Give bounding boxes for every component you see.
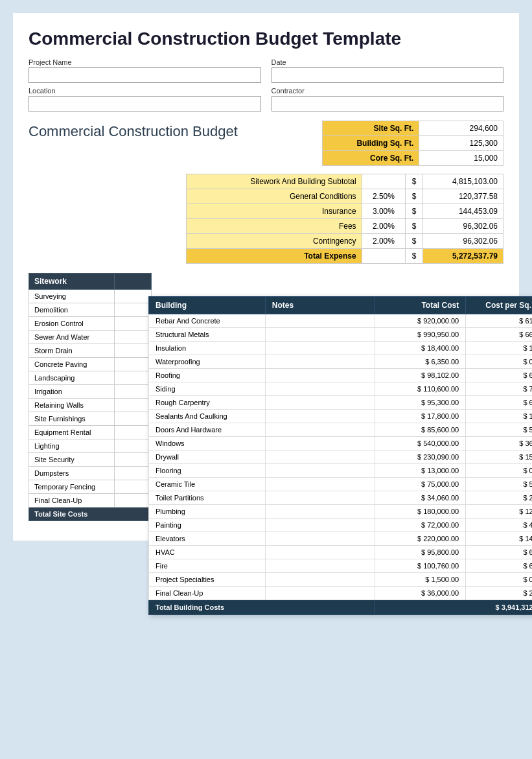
summary-value: 4,815,103.00 bbox=[422, 174, 503, 189]
summary-value: 5,272,537.79 bbox=[422, 249, 503, 264]
building-cost: $ 6,350.00 bbox=[375, 355, 466, 369]
summary-row: Fees 2.00% $ 96,302.06 bbox=[187, 219, 503, 234]
building-item: Flooring bbox=[149, 464, 266, 478]
sitework-item: Concrete Paving bbox=[29, 358, 115, 371]
building-notes bbox=[265, 546, 375, 559]
summary-value: 96,302.06 bbox=[422, 234, 503, 249]
summary-row: Insurance 3.00% $ 144,453.09 bbox=[187, 204, 503, 219]
sitework-row: Surveying bbox=[29, 290, 152, 303]
location-group: Location bbox=[29, 87, 261, 111]
building-cost: $ 75,000.00 bbox=[375, 478, 466, 491]
sitework-total-row: Total Site Costs bbox=[29, 508, 152, 521]
sitework-item: Storm Drain bbox=[29, 344, 115, 358]
summary-row: General Conditions 2.50% $ 120,377.58 bbox=[187, 189, 503, 204]
sqft-building-value: 125,300 bbox=[419, 136, 503, 151]
project-name-label: Project Name bbox=[29, 58, 261, 66]
sitework-notes bbox=[115, 439, 152, 453]
summary-pct: 2.50% bbox=[362, 189, 406, 204]
building-row: Project Specialties $ 1,500.00 $ 0.10 bbox=[149, 573, 533, 587]
summary-row: Sitework And Building Subtotal $ 4,815,1… bbox=[187, 174, 503, 189]
building-col2-header: Notes bbox=[265, 297, 375, 314]
building-persqft: $ 36.00 bbox=[466, 437, 532, 450]
sitework-row: Temporary Fencing bbox=[29, 480, 152, 494]
building-persqft: $ 61.33 bbox=[466, 314, 532, 328]
building-item: Waterproofing bbox=[149, 355, 266, 369]
building-item: Structural Metals bbox=[149, 328, 266, 342]
building-row: Roofing $ 98,102.00 $ 6.54 bbox=[149, 369, 533, 382]
sitework-item: Lighting bbox=[29, 439, 115, 453]
sqft-site-row: Site Sq. Ft. 294,600 bbox=[323, 121, 503, 136]
summary-label: Contingency bbox=[187, 234, 362, 249]
building-persqft: $ 15.34 bbox=[466, 450, 532, 464]
sitework-item: Dumpsters bbox=[29, 467, 115, 480]
building-col1-header: Building bbox=[149, 297, 266, 314]
location-input[interactable] bbox=[29, 96, 261, 111]
building-item: Fire bbox=[149, 559, 266, 573]
summary-value: 96,302.06 bbox=[422, 219, 503, 234]
sitework-notes bbox=[115, 358, 152, 371]
building-item: Final Clean-Up bbox=[149, 587, 266, 600]
building-item: Drywall bbox=[149, 450, 266, 464]
building-persqft: $ 1.19 bbox=[466, 410, 532, 423]
project-name-input[interactable] bbox=[29, 67, 261, 83]
sitework-item: Site Security bbox=[29, 453, 115, 467]
building-notes bbox=[265, 505, 375, 519]
contractor-group: Contractor bbox=[272, 87, 504, 111]
building-cost: $ 18,400.00 bbox=[375, 342, 466, 355]
building-notes bbox=[265, 573, 375, 587]
building-table-wrapper: Building Notes Total Cost Cost per Sq. F… bbox=[148, 296, 532, 615]
contractor-input[interactable] bbox=[272, 96, 504, 111]
sitework-notes bbox=[115, 385, 152, 399]
building-row: Toilet Partitions $ 34,060.00 $ 2.27 bbox=[149, 491, 533, 505]
building-notes bbox=[265, 519, 375, 532]
sitework-item: Demolition bbox=[29, 303, 115, 317]
summary-label: Sitework And Building Subtotal bbox=[187, 174, 362, 189]
summary-dollar: $ bbox=[406, 204, 423, 219]
building-cost: $ 220,000.00 bbox=[375, 532, 466, 546]
building-item: Sealants And Caulking bbox=[149, 410, 266, 423]
date-input[interactable] bbox=[272, 67, 504, 83]
project-name-group: Project Name bbox=[29, 58, 261, 83]
building-cost: $ 85,600.00 bbox=[375, 423, 466, 437]
summary-pct: 2.00% bbox=[362, 219, 406, 234]
sitework-item: Temporary Fencing bbox=[29, 480, 115, 494]
summary-pct bbox=[362, 174, 406, 189]
building-notes bbox=[265, 464, 375, 478]
building-item: Painting bbox=[149, 519, 266, 532]
building-row: Doors And Hardware $ 85,600.00 $ 5.71 bbox=[149, 423, 533, 437]
summary-dollar: $ bbox=[406, 249, 423, 264]
sitework-notes bbox=[115, 303, 152, 317]
sitework-row: Concrete Paving bbox=[29, 358, 152, 371]
building-item: Windows bbox=[149, 437, 266, 450]
sqft-building-label: Building Sq. Ft. bbox=[323, 136, 419, 151]
sqft-site-value: 294,600 bbox=[419, 121, 503, 136]
building-cost: $ 110,600.00 bbox=[375, 382, 466, 396]
building-cost: $ 34,060.00 bbox=[375, 491, 466, 505]
building-row: Rough Carpentry $ 95,300.00 $ 6.35 bbox=[149, 396, 533, 410]
building-item: Doors And Hardware bbox=[149, 423, 266, 437]
building-row: Structural Metals $ 990,950.00 $ 66.06 bbox=[149, 328, 533, 342]
building-row: Painting $ 72,000.00 $ 4.80 bbox=[149, 519, 533, 532]
building-notes bbox=[265, 410, 375, 423]
summary-row: Total Expense $ 5,272,537.79 bbox=[187, 249, 503, 264]
building-notes bbox=[265, 450, 375, 464]
summary-dollar: $ bbox=[406, 189, 423, 204]
sitework-notes bbox=[115, 317, 152, 331]
building-cost: $ 230,090.00 bbox=[375, 450, 466, 464]
building-row: Flooring $ 13,000.00 $ 0.87 bbox=[149, 464, 533, 478]
date-label: Date bbox=[272, 58, 504, 66]
building-persqft: $ 5.71 bbox=[466, 423, 532, 437]
sitework-row: Erosion Control bbox=[29, 317, 152, 331]
building-cost: $ 36,000.00 bbox=[375, 587, 466, 600]
building-row: Plumbing $ 180,000.00 $ 12.00 bbox=[149, 505, 533, 519]
building-persqft: $ 14.67 bbox=[466, 532, 532, 546]
main-tables: Sitework Surveying Demolition Erosion Co… bbox=[29, 273, 503, 521]
building-cost: $ 95,300.00 bbox=[375, 396, 466, 410]
summary-label: Fees bbox=[187, 219, 362, 234]
summary-dollar: $ bbox=[406, 174, 423, 189]
building-row: Final Clean-Up $ 36,000.00 $ 2.40 bbox=[149, 587, 533, 600]
budget-section: Commercial Construction Budget Site Sq. … bbox=[29, 121, 503, 166]
building-header-row: Building Notes Total Cost Cost per Sq. F… bbox=[149, 297, 533, 314]
building-persqft: $ 6.39 bbox=[466, 546, 532, 559]
building-table: Building Notes Total Cost Cost per Sq. F… bbox=[148, 296, 532, 615]
